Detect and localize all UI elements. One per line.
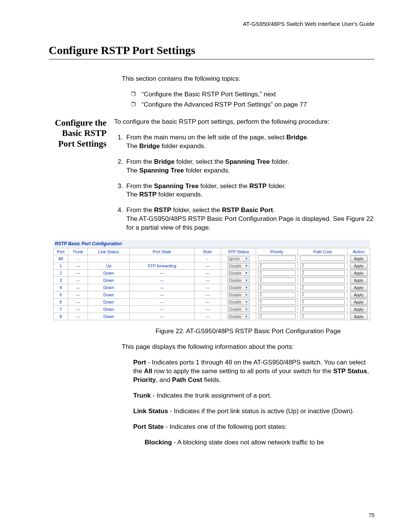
apply-button[interactable]: Apply <box>350 292 368 298</box>
procedure-lead: To configure the basic RSTP port setting… <box>114 118 374 126</box>
priority-input[interactable]: 2 <box>258 314 295 319</box>
column-header: Priority <box>256 248 298 255</box>
apply-button[interactable]: Apply <box>350 256 368 262</box>
column-header: Trunk <box>68 248 88 255</box>
figure-rstp-basic-port: RSTP Basic Port Configuration PortTrunkL… <box>53 240 370 320</box>
path-cost-input[interactable]: 2 <box>300 270 344 276</box>
path-cost-input[interactable]: 2 <box>300 278 344 283</box>
page-title: Configure RSTP Port Settings <box>49 44 374 57</box>
apply-button[interactable]: Apply <box>350 284 368 291</box>
chevron-down-icon: ▼ <box>245 315 248 318</box>
apply-button[interactable]: Apply <box>350 270 368 276</box>
chevron-down-icon: ▼ <box>245 272 248 275</box>
title-rule <box>49 59 374 59</box>
topic-item: “Configure the Advanced RSTP Port Settin… <box>131 101 374 109</box>
column-header: Path Cost <box>298 248 347 255</box>
def-blocking: Blocking - A blocking state does not all… <box>145 438 374 447</box>
column-header: Port <box>54 248 68 255</box>
stp-status-select[interactable]: Disable▼ <box>228 299 250 305</box>
priority-input[interactable]: 2 <box>258 292 295 297</box>
column-header: Role <box>194 248 221 255</box>
chevron-down-icon: ▼ <box>245 286 248 289</box>
table-row: All----Ignore▼Apply <box>54 255 370 262</box>
page-number: 75 <box>368 512 374 518</box>
def-trunk: Trunk - Indicates the trunk assignment o… <box>133 391 374 400</box>
path-cost-input[interactable] <box>300 256 344 261</box>
priority-input[interactable]: 2 <box>258 299 295 305</box>
intro-lead: This section contains the following topi… <box>122 75 374 83</box>
stp-status-select[interactable]: Disable▼ <box>228 270 250 276</box>
step-item: From the Bridge folder, select the Spann… <box>125 158 374 175</box>
apply-button[interactable]: Apply <box>350 313 368 320</box>
chevron-down-icon: ▼ <box>245 293 248 297</box>
apply-button[interactable]: Apply <box>350 299 368 305</box>
column-header: STP Status <box>221 248 256 255</box>
stp-status-select[interactable]: Disable▼ <box>228 263 250 268</box>
stp-status-select[interactable]: Disable▼ <box>228 285 250 290</box>
path-cost-input[interactable]: 2 <box>300 263 344 268</box>
table-row: 1---UpSTP forwarding---Disable▼22Apply <box>54 262 370 270</box>
table-row: 8---Down------Disable▼22Apply <box>54 313 370 320</box>
figure-title-bar: RSTP Basic Port Configuration <box>53 240 370 248</box>
table-row: 6---Down------Disable▼22Apply <box>54 299 370 306</box>
step-item: From the RSTP folder, select the RSTP Ba… <box>125 206 374 232</box>
def-port-state: Port State - Indicates one of the follow… <box>133 423 374 431</box>
apply-button[interactable]: Apply <box>350 263 368 269</box>
step-item: From the main menu on the left side of t… <box>125 133 374 151</box>
priority-input[interactable]: 2 <box>258 278 295 283</box>
priority-input[interactable]: 2 <box>258 263 295 268</box>
column-header: Link Status <box>88 248 130 255</box>
column-header: Action <box>347 248 370 255</box>
chevron-down-icon: ▼ <box>245 264 248 268</box>
stp-status-select[interactable]: Disable▼ <box>228 292 250 297</box>
stp-status-select[interactable]: Disable▼ <box>228 314 250 319</box>
running-header: AT-GS950/48PS Switch Web Interface User'… <box>49 21 374 27</box>
chevron-down-icon: ▼ <box>245 279 248 282</box>
topic-item: “Configure the Basic RSTP Port Settings,… <box>131 90 374 99</box>
column-header: Port State <box>130 248 194 255</box>
table-row: 3---Down------Disable▼22Apply <box>54 277 370 284</box>
path-cost-input[interactable]: 2 <box>300 314 344 319</box>
path-cost-input[interactable]: 2 <box>300 299 344 305</box>
port-config-table: PortTrunkLink StatusPort StateRoleSTP St… <box>53 248 370 320</box>
stp-status-select[interactable]: Ignore▼ <box>228 256 250 261</box>
path-cost-input[interactable]: 2 <box>300 292 344 297</box>
priority-input[interactable]: 2 <box>258 285 295 290</box>
path-cost-input[interactable]: 2 <box>300 307 344 312</box>
chevron-down-icon: ▼ <box>245 257 248 260</box>
priority-input[interactable] <box>258 256 295 261</box>
step-item: From the Spanning Tree folder, select th… <box>125 182 374 200</box>
path-cost-input[interactable]: 2 <box>300 285 344 290</box>
chevron-down-icon: ▼ <box>245 308 248 311</box>
side-heading: Configure the Basic RSTP Port Settings <box>49 118 114 240</box>
stp-status-select[interactable]: Disable▼ <box>228 278 250 283</box>
chevron-down-icon: ▼ <box>245 300 248 304</box>
priority-input[interactable]: 2 <box>258 307 295 312</box>
table-row: 7---Down------Disable▼22Apply <box>54 306 370 313</box>
stp-status-select[interactable]: Disable▼ <box>228 307 250 312</box>
figure-caption: Figure 22. AT-GS950/48PS RSTP Basic Port… <box>122 327 374 336</box>
table-row: 2---Down------Disable▼22Apply <box>54 270 370 277</box>
table-row: 5---Down------Disable▼22Apply <box>54 291 370 299</box>
def-port: Port - Indicates ports 1 through 48 on t… <box>133 358 374 385</box>
priority-input[interactable]: 2 <box>258 270 295 276</box>
def-link-status: Link Status - Indicates if the port link… <box>133 407 374 416</box>
apply-button[interactable]: Apply <box>350 306 368 312</box>
after-figure-lead: This page displays the following informa… <box>122 343 374 351</box>
apply-button[interactable]: Apply <box>350 277 368 283</box>
table-row: 4---Down------Disable▼22Apply <box>54 284 370 291</box>
